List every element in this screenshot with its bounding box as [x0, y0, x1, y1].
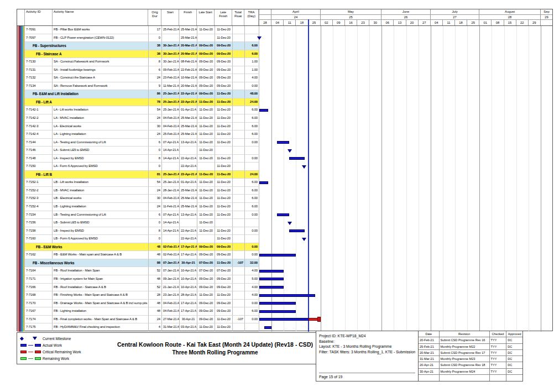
activity-id: 7-7142-3 — [25, 123, 53, 131]
orig-dur: 0 — [149, 235, 162, 243]
late-finish-date: 09-Dec-20 — [215, 82, 233, 91]
revision-cell: TYY — [490, 356, 507, 362]
start-date: 23-Feb-21 A — [162, 74, 180, 82]
table-header: Activity IDActivity NameOrig DurStartFin… — [17, 9, 552, 26]
milestone-marker — [302, 165, 306, 169]
finish-date: 25-Mar-21 A — [180, 114, 197, 123]
late-finish-date: 11-Dec-20 — [215, 259, 233, 268]
data-date-line — [308, 19, 309, 332]
revision-header-row: DateRevisionCheckedApproved — [419, 331, 522, 337]
week-gridline — [467, 26, 468, 332]
activity-name: LB - Electrical works — [53, 195, 149, 203]
revision-cell: Submit CSD Programme Rev 17 — [440, 350, 490, 356]
revision-row: 31-Mar-21Monthly Programme M23TYYDC — [419, 356, 522, 362]
revision-cell: Monthly Programme M23 — [440, 356, 490, 362]
activity-name: LA - Lighting installation — [53, 130, 149, 139]
total-float — [233, 58, 245, 66]
orig-dur: 86 — [149, 90, 162, 98]
total-float — [233, 284, 245, 292]
column-header-finish: Finish — [179, 9, 197, 25]
start-date: 30-Jan-21 A — [162, 42, 180, 50]
tra-days: 6.00 — [245, 203, 259, 211]
activity-id: 7-7158 — [25, 227, 53, 236]
revision-cell: DC — [506, 362, 522, 368]
band-color-stripes — [17, 300, 25, 308]
start-date: 25-Jan-21 A — [162, 106, 180, 114]
finish-date: 17-Apr-21 A — [180, 243, 197, 252]
finish-date: 17-Apr-21 A — [180, 300, 197, 308]
activity-name: FB - Final completion works - Main Span … — [53, 316, 149, 324]
late-start-date: 09-Dec-20 — [197, 50, 215, 59]
late-finish-date: 11-Dec-20 — [215, 171, 233, 179]
activity-name: LA - Lift works Installation — [53, 106, 149, 114]
band-color-stripes — [17, 243, 25, 252]
summary-name: FB - Staircase A — [25, 50, 149, 59]
tra-days: 0.00 — [245, 316, 259, 324]
start-date: 21-Jan-21 A — [162, 284, 180, 292]
start-date: 04-Feb-21 A — [162, 195, 180, 203]
tra-days: 6.00 — [245, 307, 259, 316]
gantt-chart-area — [259, 26, 553, 332]
band-color-stripes — [17, 179, 25, 187]
late-start-date: 09-Dec-20 — [197, 42, 215, 50]
total-float — [233, 147, 245, 155]
revision-row: 30-Apr-21Monthly Programme M24TYYDC — [419, 369, 522, 375]
orig-dur: 30 — [149, 195, 162, 203]
month-gridline — [321, 26, 321, 332]
revision-table: DateRevisionCheckedApproved20-Feb-21Subm… — [418, 331, 523, 381]
orig-dur: 52 — [149, 267, 162, 275]
finish-date: 01-Apr-21 A — [180, 179, 197, 187]
activity-id: 7-7142-4 — [25, 130, 53, 139]
late-finish-date: 11-Dec-20 — [215, 26, 233, 34]
revision-cell — [440, 375, 490, 381]
finish-date: 20-Mar-21 A — [180, 50, 197, 59]
summary-name: FB - Miscellaneous Works — [25, 259, 149, 268]
finish-date: 25-Mar-21 A — [180, 123, 197, 131]
total-float — [233, 267, 245, 275]
activity-name: LB - Testing and Commissioning of Lift — [53, 211, 149, 219]
week-label: 13 — [393, 20, 405, 25]
finish-date: 03-Apr-21 A — [180, 323, 197, 332]
activity-id: 7-7154 — [25, 211, 53, 219]
finish-date: 10-Mar-21 A — [180, 74, 197, 82]
revision-cell: 20-Apr-21 — [419, 362, 440, 368]
revision-cell: 31-Mar-21 — [419, 356, 440, 362]
activity-name: FB - CLP Power energization (CEWN-0122) — [53, 34, 149, 43]
column-header-tra-day-: TRA (Day) — [244, 9, 259, 25]
revision-row: 20-Mar-21Submit CSD Programme Rev 17TYYD… — [419, 350, 522, 356]
revision-cell: TYY — [490, 350, 507, 356]
start-date: 04-Feb-21 A — [162, 114, 180, 123]
critical-bar-end-cap — [317, 317, 321, 322]
late-start-date: 11-Dec-20 — [197, 323, 215, 332]
late-start-date — [197, 34, 215, 43]
band-color-stripes — [17, 34, 25, 43]
tra-days — [245, 26, 259, 34]
late-finish-date: 09-Dec-20 — [215, 50, 233, 59]
week-label: 18 — [295, 20, 307, 25]
activity-id: 7-7152-3 — [25, 195, 53, 203]
revision-cell: TYY — [490, 362, 507, 368]
legend-item-actual-work: Actual Work — [18, 342, 113, 348]
late-finish-date: 11-Dec-20 — [215, 90, 233, 98]
band-color-stripes — [17, 227, 25, 236]
week-gridline — [516, 26, 517, 332]
late-finish-date: 11-Dec-20 — [215, 211, 233, 219]
orig-dur: 78 — [149, 98, 162, 107]
activity-name: LB - Lighting installation — [53, 203, 149, 211]
week-gridline — [455, 26, 456, 332]
column-header-late-finish: Late Finish — [215, 9, 232, 25]
start-date: 14-Apr-21 A — [162, 155, 180, 163]
week-label-trailing — [540, 20, 552, 25]
late-start-date: 09-Dec-20 — [197, 284, 215, 292]
summary-name: FB- E&M and Lift Installation — [25, 90, 149, 98]
finish-date: 25-Mar-21 A — [180, 130, 197, 139]
tra-days: 6.00 — [245, 42, 259, 50]
week-label: 11 — [283, 20, 295, 25]
summary-name: FB - Superstructures — [25, 42, 149, 50]
activity-name: LA - Inspect by EMSD — [53, 155, 149, 163]
start-date: 02-Feb-21 A — [162, 251, 180, 259]
activity-id: 7-7142-2 — [25, 114, 53, 123]
month-number: 27 — [430, 15, 479, 20]
total-float — [233, 90, 245, 98]
tra-days: 6.00 — [245, 114, 259, 123]
